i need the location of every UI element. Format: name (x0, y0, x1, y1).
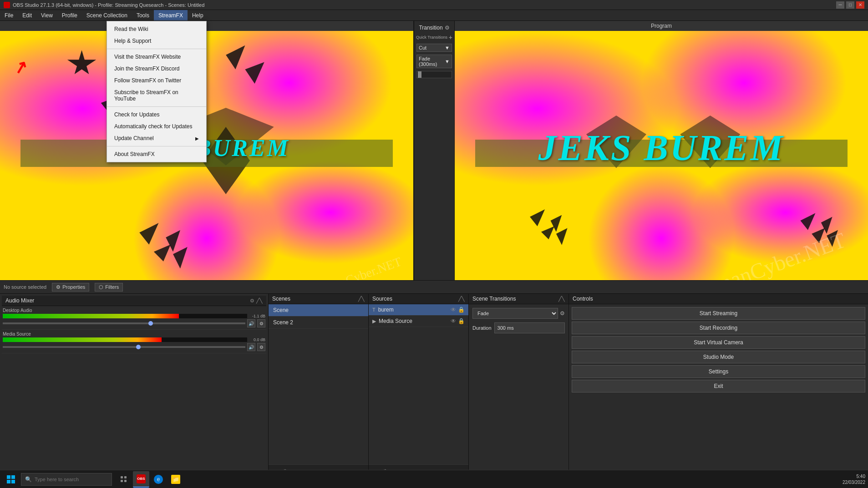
transitions-gear-button[interactable]: ⚙ (560, 310, 565, 317)
desktop-audio-thumb (148, 321, 153, 326)
media-lock-button[interactable]: 🔒 (458, 318, 465, 324)
start-button[interactable] (3, 471, 19, 488)
dropdown-join-discord[interactable]: Join the StreamFX Discord (107, 63, 206, 75)
source-item-burem[interactable]: T burem 👁 🔒 (369, 304, 468, 316)
filters-button[interactable]: ⬡ Filters (95, 283, 123, 292)
media-visibility-button[interactable]: 👁 (451, 318, 456, 324)
media-type-icon: ▶ (372, 318, 376, 324)
menu-view[interactable]: View (36, 10, 57, 20)
start-streaming-button[interactable]: Start Streaming (572, 307, 865, 320)
transitions-dropdown-row: Fade Cut ⚙ (472, 308, 565, 319)
dropdown-follow-twitter[interactable]: Follow StreamFX on Twitter (107, 75, 206, 86)
burem-controls: 👁 🔒 (451, 307, 465, 313)
dropdown-update-channel[interactable]: Update Channel ▶ (107, 132, 206, 144)
menu-tools[interactable]: Tools (132, 10, 154, 20)
search-icon: 🔍 (25, 476, 32, 483)
menu-scene-collection[interactable]: Scene Collection (82, 10, 132, 20)
minimize-button[interactable]: ─ (836, 1, 844, 9)
burem-lock-button[interactable]: 🔒 (458, 307, 465, 313)
svg-rect-23 (7, 480, 10, 483)
svg-marker-7 (226, 45, 245, 70)
media-audio-settings-button[interactable]: ⚙ (257, 343, 265, 351)
svg-rect-28 (124, 480, 127, 482)
taskbar-date-display: 22/03/2022 (843, 479, 865, 485)
controls-panel: Controls Start Streaming Start Recording… (569, 294, 868, 478)
svg-marker-11 (530, 209, 545, 226)
scenes-header: Scenes ╱╲ (269, 294, 368, 304)
taskview-button[interactable] (116, 471, 132, 488)
start-virtual-camera-button[interactable]: Start Virtual Camera (572, 336, 865, 349)
desktop-audio-mute-button[interactable]: 🔊 (247, 319, 255, 327)
taskbar-right: 5:40 22/03/2022 (843, 473, 865, 485)
source-status-text: No source selected (4, 284, 46, 290)
preview-canvas-left: ЈЕКS BURЕМ RahmanCyber.NET ↗ (0, 31, 413, 280)
desktop-audio-fill (3, 314, 179, 318)
duration-input[interactable] (494, 322, 565, 333)
transition-slider[interactable] (416, 71, 452, 78)
menu-help[interactable]: Help (188, 10, 208, 20)
dropdown-subscribe-youtube[interactable]: Subscribe to StreamFX on YouTube (107, 86, 206, 105)
scene-item-1[interactable]: Scene (269, 304, 368, 317)
obs-icon (4, 2, 10, 8)
burem-visibility-button[interactable]: 👁 (451, 307, 456, 313)
filters-icon: ⬡ (99, 284, 103, 290)
dropdown-read-wiki[interactable]: Read the Wiki (107, 23, 206, 35)
desktop-audio-settings-button[interactable]: ⚙ (257, 319, 265, 327)
menu-file[interactable]: File (0, 10, 18, 20)
scenes-title: Scenes (272, 296, 290, 302)
dropdown-about[interactable]: About StreamFX (107, 148, 206, 160)
scenes-collapse-button[interactable]: ╱╲ (358, 296, 365, 302)
studio-mode-button[interactable]: Studio Mode (572, 351, 865, 363)
cut-dropdown[interactable]: Cut ▼ (416, 44, 452, 52)
transition-gear-button[interactable]: ⚙ (445, 25, 450, 31)
scene-item-2[interactable]: Scene 2 (269, 317, 368, 329)
media-audio-db: 0.0 dB (249, 337, 265, 342)
edge-taskbar-button[interactable]: e (150, 471, 167, 488)
menu-profile[interactable]: Profile (57, 10, 82, 20)
taskbar-search-container[interactable]: 🔍 (21, 473, 112, 486)
preview-canvas-right: ЈЕКS BURЕМ RahmanCyber.NET (455, 31, 868, 280)
sources-header: Sources ╱╲ (369, 294, 468, 304)
transitions-content: Fade Cut ⚙ Duration (469, 304, 569, 337)
audio-mixer-settings-button[interactable]: ⚙ (250, 298, 254, 304)
maximize-button[interactable]: □ (846, 1, 854, 9)
media-audio-fill (3, 337, 162, 342)
start-recording-button[interactable]: Start Recording (572, 322, 865, 334)
media-audio-mute-button[interactable]: 🔊 (247, 343, 255, 351)
source-list: T burem 👁 🔒 ▶ Media Source 👁 🔒 (369, 304, 468, 464)
taskbar-search-input[interactable] (35, 477, 103, 482)
windows-icon (6, 475, 15, 484)
scene-transitions-collapse-button[interactable]: ╱╲ (558, 296, 565, 302)
audio-mixer-icons: ⚙ ╱╲ (250, 298, 263, 304)
quick-transitions-add-button[interactable]: + (449, 34, 452, 41)
desktop-audio-slider[interactable] (3, 322, 245, 324)
audio-mixer-collapse-button[interactable]: ╱╲ (256, 298, 263, 304)
dropdown-visit-website[interactable]: Visit the StreamFX Website (107, 51, 206, 63)
desktop-audio-label: Desktop Audio (3, 308, 265, 313)
cut-label: Cut (419, 45, 426, 50)
transition-slider-thumb (418, 71, 421, 78)
close-button[interactable]: ✕ (856, 1, 864, 9)
exit-button[interactable]: Exit (572, 380, 865, 392)
explorer-taskbar-button[interactable]: 📁 (168, 471, 184, 488)
media-audio-slider[interactable] (3, 346, 245, 348)
source-item-media[interactable]: ▶ Media Source 👁 🔒 (369, 316, 468, 327)
desktop-audio-controls: 🔊 ⚙ (3, 319, 265, 327)
dropdown-separator-3 (107, 146, 206, 146)
duration-label: Duration (472, 325, 492, 331)
fade-dropdown[interactable]: Fade (300ms) ▼ (416, 55, 452, 68)
taskbar-icons: OBS e 📁 (116, 471, 184, 488)
menu-streamfx[interactable]: StreamFX (154, 10, 188, 20)
menu-edit[interactable]: Edit (18, 10, 36, 20)
dropdown-check-updates[interactable]: Check for Updates (107, 109, 206, 121)
svg-rect-22 (11, 475, 15, 479)
dropdown-auto-check-updates[interactable]: Automatically check for Updates (107, 121, 206, 132)
transitions-select[interactable]: Fade Cut (472, 308, 558, 319)
sources-collapse-button[interactable]: ╱╲ (458, 296, 465, 302)
settings-button[interactable]: Settings (572, 365, 865, 378)
cut-dropdown-arrow: ▼ (445, 45, 450, 50)
controls-header: Controls (569, 294, 868, 304)
obs-taskbar-button[interactable]: OBS (133, 471, 149, 488)
properties-button[interactable]: ⚙ Properties (52, 283, 89, 292)
dropdown-help-support[interactable]: Help & Support (107, 35, 206, 47)
